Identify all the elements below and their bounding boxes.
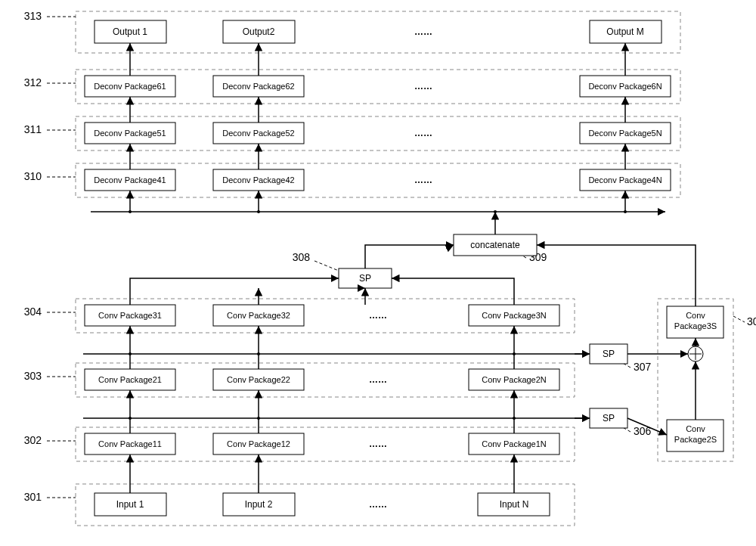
svg-text:Deconv Package6N: Deconv Package6N xyxy=(588,82,662,91)
svg-point-88 xyxy=(129,352,132,355)
svg-text:Conv Package21: Conv Package21 xyxy=(98,375,162,384)
svg-point-89 xyxy=(257,352,260,355)
ref-305: 305 xyxy=(747,315,756,327)
svg-text:Conv Package11: Conv Package11 xyxy=(98,439,162,448)
ref-312: 312 xyxy=(24,76,42,88)
architecture-diagram: 313 312 311 310 304 303 302 301 305 308 … xyxy=(0,0,756,546)
label-output-2: Output2 xyxy=(243,26,275,37)
ref-313: 313 xyxy=(24,10,42,22)
svg-text:Deconv Package5N: Deconv Package5N xyxy=(588,129,662,138)
svg-text:Input N: Input N xyxy=(500,499,529,510)
svg-text:SP: SP xyxy=(359,273,371,284)
svg-text:Conv Package2N: Conv Package2N xyxy=(482,375,547,384)
svg-text:……: …… xyxy=(414,175,432,185)
svg-text:Deconv Package41: Deconv Package41 xyxy=(94,175,166,185)
svg-text:Deconv Package62: Deconv Package62 xyxy=(222,82,294,91)
svg-text:Conv: Conv xyxy=(686,424,705,433)
svg-text:Deconv Package51: Deconv Package51 xyxy=(94,129,166,138)
svg-text:……: …… xyxy=(369,499,387,510)
dots: …… xyxy=(414,26,432,37)
svg-text:Deconv Package4N: Deconv Package4N xyxy=(588,175,662,185)
svg-text:Package2S: Package2S xyxy=(674,435,717,444)
svg-text:Deconv Package42: Deconv Package42 xyxy=(222,175,294,185)
svg-text:Package3S: Package3S xyxy=(674,321,717,330)
svg-text:Conv Package22: Conv Package22 xyxy=(227,375,290,384)
svg-text:Input 1: Input 1 xyxy=(116,499,144,510)
svg-point-93 xyxy=(513,417,516,420)
svg-point-84 xyxy=(129,210,132,213)
svg-text:Conv: Conv xyxy=(686,311,705,320)
ref-308: 308 xyxy=(293,251,311,263)
svg-text:Deconv Package61: Deconv Package61 xyxy=(94,82,166,91)
ref-304: 304 xyxy=(24,306,42,318)
label-output-m: Output M xyxy=(606,26,643,37)
svg-point-90 xyxy=(513,352,516,355)
svg-text:concatenate: concatenate xyxy=(470,240,520,250)
ref-311: 311 xyxy=(24,123,42,135)
svg-text:Conv Package31: Conv Package31 xyxy=(98,311,162,320)
svg-text:Input 2: Input 2 xyxy=(245,499,273,510)
ref-302: 302 xyxy=(24,434,42,446)
svg-text:……: …… xyxy=(414,81,432,92)
label-output-1: Output 1 xyxy=(113,26,147,37)
svg-text:……: …… xyxy=(369,439,387,449)
svg-point-91 xyxy=(129,417,132,420)
svg-text:SP: SP xyxy=(603,349,615,359)
svg-text:Conv Package3N: Conv Package3N xyxy=(482,311,547,320)
svg-point-87 xyxy=(624,210,627,213)
svg-text:SP: SP xyxy=(603,413,615,423)
svg-text:……: …… xyxy=(414,128,432,138)
svg-text:Deconv Package52: Deconv Package52 xyxy=(222,129,294,138)
ref-307: 307 xyxy=(634,361,652,373)
svg-point-92 xyxy=(257,417,260,420)
svg-text:Conv Package32: Conv Package32 xyxy=(227,311,290,320)
svg-text:……: …… xyxy=(369,310,387,321)
svg-point-86 xyxy=(494,210,497,213)
ref-301: 301 xyxy=(24,491,42,503)
ref-303: 303 xyxy=(24,370,42,382)
svg-text:……: …… xyxy=(369,374,387,385)
svg-text:Conv Package1N: Conv Package1N xyxy=(482,439,547,448)
svg-text:Conv Package12: Conv Package12 xyxy=(227,439,290,448)
svg-line-8 xyxy=(733,316,745,322)
svg-point-85 xyxy=(257,210,260,213)
ref-310: 310 xyxy=(24,170,42,182)
svg-line-9 xyxy=(314,261,339,271)
